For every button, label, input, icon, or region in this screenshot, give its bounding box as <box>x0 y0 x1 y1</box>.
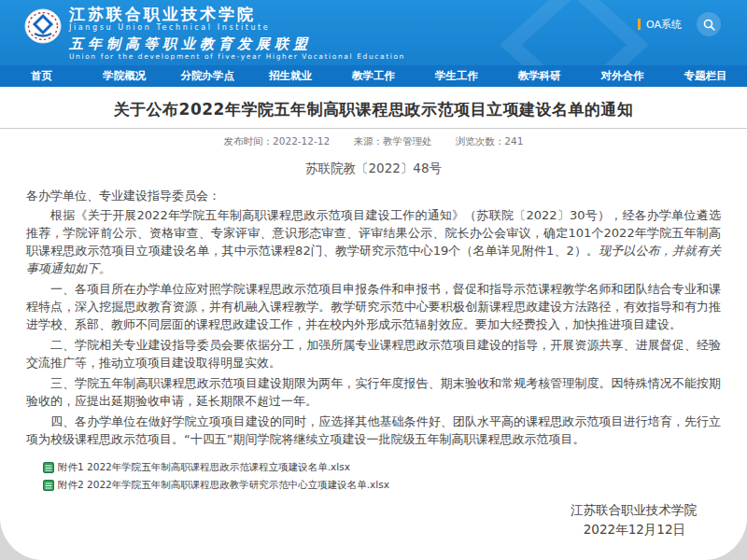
nav-item-overview[interactable]: 学院概况 <box>83 65 166 87</box>
nav-item-special-topics[interactable]: 专题栏目 <box>664 65 747 87</box>
brand-text: 江苏联合职业技术学院 Jiangsu Union Technical Insti… <box>69 6 405 61</box>
views-value: 241 <box>504 135 523 147</box>
signature-org: 江苏联合职业技术学院 <box>571 500 697 520</box>
oa-marker-bar <box>638 19 641 30</box>
nav-item-research[interactable]: 教学科研 <box>498 65 581 87</box>
signature-date: 2022年12月12日 <box>584 520 685 539</box>
attachment-link-2[interactable]: 附件2 2022年学院五年制高职课程思政教学研究示范中心立项建设名单.xlsx <box>43 479 721 491</box>
site-header: 江苏联合职业技术学院 Jiangsu Union Technical Insti… <box>0 0 747 65</box>
paragraph-item-1: 一、各项目所在办学单位应对照学院课程思政示范项目申报条件和申报书，督促和指导示范… <box>26 280 721 333</box>
article: 关于公布2022年学院五年制高职课程思政示范项目立项建设名单的通知 发布时间：2… <box>0 87 747 539</box>
source-value: 教学管理处 <box>383 135 432 147</box>
institute-logo <box>24 8 62 44</box>
attachment-link-1[interactable]: 附件1 2022年学院五年制高职课程思政示范课程立项建设名单.xlsx <box>43 461 721 473</box>
nav-item-student-affairs[interactable]: 学生工作 <box>415 65 498 87</box>
paragraph-item-2: 二、学院相关专业建设指导委员会要依据分工，加强所属专业课程思政示范项目建设的指导… <box>26 336 721 371</box>
header-actions: OA系统 <box>638 12 721 36</box>
excel-file-icon <box>43 480 54 491</box>
article-meta: 发布时间：2022-12-12 来源：教学管理处 浏览次数：241 <box>26 134 721 147</box>
attachments: 附件1 2022年学院五年制高职课程思政示范课程立项建设名单.xlsx 附件2 … <box>26 461 721 491</box>
main-nav: 首页 学院概况 分院办学点 招生就业 教学工作 学生工作 教学科研 对外合作 专… <box>0 65 747 87</box>
attachment-label: 附件2 2022年学院五年制高职课程思政教学研究示范中心立项建设名单.xlsx <box>58 479 389 491</box>
brand[interactable]: 江苏联合职业技术学院 Jiangsu Union Technical Insti… <box>24 6 405 61</box>
paragraph-item-4: 四、各办学单位在做好学院立项项目建设的同时，应选择其他基础条件好、团队水平高的课… <box>26 413 721 448</box>
page: 江苏联合职业技术学院 Jiangsu Union Technical Insti… <box>0 0 747 560</box>
nav-item-home[interactable]: 首页 <box>0 65 83 87</box>
title-divider <box>0 128 747 129</box>
paragraph-item-3: 三、学院五年制高职课程思政示范项目建设期限为两年，实行年度报告、期末验收和常规考… <box>26 374 721 410</box>
doc-number: 苏联院教〔2022〕48号 <box>26 160 721 176</box>
attachment-label: 附件1 2022年学院五年制高职课程思政示范课程立项建设名单.xlsx <box>58 461 350 473</box>
views-label: 浏览次数： <box>456 135 505 147</box>
excel-file-icon <box>43 462 54 473</box>
source-label: 来源： <box>353 135 383 147</box>
oa-system-link[interactable]: OA系统 <box>646 18 682 32</box>
page-title: 关于公布2022年学院五年制高职课程思政示范项目立项建设名单的通知 <box>26 99 721 119</box>
paragraph-intro: 根据《关于开展2022年学院五年制高职课程思政示范项目建设工作的通知》（苏联院〔… <box>26 206 721 277</box>
nav-item-branch-campuses[interactable]: 分院办学点 <box>166 65 249 87</box>
union-name-cn: 五年制高等职业教育发展联盟 <box>69 35 405 52</box>
search-icon <box>703 19 715 31</box>
union-name-en: Union for the development of five-year H… <box>69 52 405 61</box>
search-button[interactable] <box>697 12 721 36</box>
nav-item-teaching[interactable]: 教学工作 <box>332 65 416 87</box>
nav-item-cooperation[interactable]: 对外合作 <box>581 65 664 87</box>
salutation: 各办学单位、专业建设指导委员会： <box>26 187 721 204</box>
signature-block: 江苏联合职业技术学院 2022年12月12日 <box>26 500 721 539</box>
publish-time-label: 发布时间： <box>224 135 274 147</box>
org-name-cn: 江苏联合职业技术学院 <box>69 6 405 23</box>
publish-time-value: 2022-12-12 <box>273 135 330 147</box>
nav-item-admissions[interactable]: 招生就业 <box>249 65 332 87</box>
org-name-en: Jiangsu Union Technical Institute <box>69 23 405 32</box>
